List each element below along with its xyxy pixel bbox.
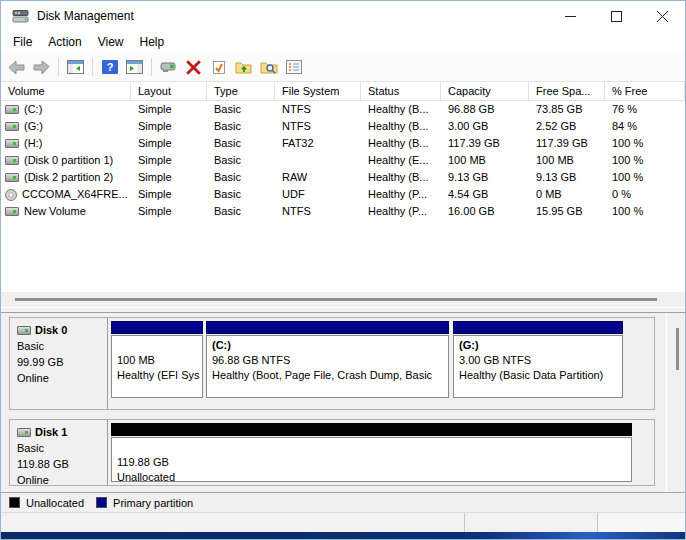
menu-view[interactable]: View xyxy=(90,32,132,52)
volume-row-h[interactable]: (H:) Simple Basic FAT32 Healthy (B... 11… xyxy=(1,135,685,152)
volume-row-cccoma[interactable]: CCCOMA_X64FRE... Simple Basic UDF Health… xyxy=(1,186,685,203)
window-title: Disk Management xyxy=(37,9,134,23)
open-folder-button[interactable] xyxy=(231,56,256,79)
window-bottom-edge xyxy=(1,532,685,539)
cell-file-system: FAT32 xyxy=(275,135,361,152)
disk-0-label-panel[interactable]: Disk 0 Basic 99.99 GB Online xyxy=(10,318,108,409)
volume-name: (Disk 0 partition 1) xyxy=(24,152,113,169)
column-header-capacity[interactable]: Capacity xyxy=(441,82,529,100)
volume-name: (H:) xyxy=(24,135,42,152)
cell-status: Healthy (P... xyxy=(361,203,441,220)
device-button[interactable] xyxy=(156,56,181,79)
cell-pct-free: 76 % xyxy=(605,101,685,118)
menu-bar: File Action View Help xyxy=(1,31,685,53)
volume-row-disk0-part1[interactable]: (Disk 0 partition 1) Simple Basic Health… xyxy=(1,152,685,169)
close-button[interactable] xyxy=(639,1,685,31)
partition-status: Healthy (EFI Sys xyxy=(117,368,197,383)
partition-name xyxy=(117,440,626,455)
volume-row-new-volume[interactable]: New Volume Simple Basic NTFS Healthy (P.… xyxy=(1,203,685,220)
drive-icon xyxy=(5,173,19,182)
help-button[interactable]: ? xyxy=(97,56,122,79)
cell-pct-free: 100 % xyxy=(605,135,685,152)
cell-layout: Simple xyxy=(131,186,207,203)
cell-status: Healthy (B... xyxy=(361,118,441,135)
disk-size: 119.88 GB xyxy=(17,456,107,472)
cell-type: Basic xyxy=(207,101,275,118)
partition-g[interactable]: (G:) 3.00 GB NTFS Healthy (Basic Data Pa… xyxy=(453,321,623,398)
horizontal-scrollbar[interactable] xyxy=(1,292,685,307)
cell-pct-free: 100 % xyxy=(605,203,685,220)
volume-row-c[interactable]: (C:) Simple Basic NTFS Healthy (B... 96.… xyxy=(1,101,685,118)
column-header-free-space[interactable]: Free Spa... xyxy=(529,82,605,100)
properties-button[interactable] xyxy=(281,56,306,79)
back-arrow-icon xyxy=(8,60,25,75)
disk-status: Online xyxy=(17,370,107,386)
volume-name: (G:) xyxy=(24,118,43,135)
cell-file-system: UDF xyxy=(275,186,361,203)
partition-name: (C:) xyxy=(212,338,443,353)
cell-type: Basic xyxy=(207,169,275,186)
legend-primary-partition: Primary partition xyxy=(96,497,193,509)
minimize-button[interactable] xyxy=(547,1,593,31)
volume-list-empty-area xyxy=(1,220,685,292)
partition-info-box: 119.88 GB Unallocated xyxy=(111,437,632,482)
title-bar: Disk Management xyxy=(1,1,685,31)
vertical-scrollbar[interactable] xyxy=(666,313,685,492)
explore-folder-button[interactable] xyxy=(256,56,281,79)
cell-layout: Simple xyxy=(131,135,207,152)
cell-pct-free: 84 % xyxy=(605,118,685,135)
unallocated-swatch xyxy=(9,497,20,508)
partition-status: Healthy (Basic Data Partition) xyxy=(459,368,617,383)
task-check-button[interactable] xyxy=(206,56,231,79)
partition-efi[interactable]: 100 MB Healthy (EFI Sys xyxy=(111,321,203,398)
console-tree-button[interactable] xyxy=(63,56,88,79)
column-header-status[interactable]: Status xyxy=(361,82,441,100)
disk-1-label-panel[interactable]: Disk 1 Basic 119.88 GB Online xyxy=(10,420,108,485)
toolbar: ? xyxy=(1,53,685,82)
status-section xyxy=(598,513,685,532)
menu-action[interactable]: Action xyxy=(40,32,89,52)
partition-size: 96.88 GB NTFS xyxy=(212,353,443,368)
toolbar-separator xyxy=(151,58,152,76)
action-pane-icon xyxy=(126,60,143,74)
partition-c[interactable]: (C:) 96.88 GB NTFS Healthy (Boot, Page F… xyxy=(206,321,449,398)
back-button[interactable] xyxy=(4,56,29,79)
partition-color-bar xyxy=(111,321,203,334)
cell-status: Healthy (P... xyxy=(361,186,441,203)
unallocated-region[interactable]: 119.88 GB Unallocated xyxy=(111,423,632,482)
delete-volume-button[interactable] xyxy=(181,56,206,79)
status-section xyxy=(1,513,465,532)
drive-icon xyxy=(5,139,19,148)
graphical-view-pane: Disk 0 Basic 99.99 GB Online 100 MB Heal… xyxy=(1,313,685,492)
partition-info-box: (G:) 3.00 GB NTFS Healthy (Basic Data Pa… xyxy=(453,335,623,398)
column-header-type[interactable]: Type xyxy=(207,82,275,100)
drive-icon xyxy=(5,156,19,165)
cell-layout: Simple xyxy=(131,169,207,186)
volume-row-g[interactable]: (G:) Simple Basic NTFS Healthy (B... 3.0… xyxy=(1,118,685,135)
volume-list-pane: Volume Layout Type File System Status Ca… xyxy=(1,82,685,307)
partition-info-box: 100 MB Healthy (EFI Sys xyxy=(111,335,203,398)
horizontal-scrollbar-thumb[interactable] xyxy=(15,298,657,301)
help-icon: ? xyxy=(102,60,118,74)
partition-color-bar xyxy=(453,321,623,334)
column-header-volume[interactable]: Volume xyxy=(1,82,131,100)
menu-help[interactable]: Help xyxy=(132,32,173,52)
volume-row-disk2-part2[interactable]: (Disk 2 partition 2) Simple Basic RAW He… xyxy=(1,169,685,186)
cell-capacity: 100 MB xyxy=(441,152,529,169)
maximize-icon xyxy=(611,11,622,22)
vertical-scrollbar-thumb[interactable] xyxy=(676,328,679,370)
column-header-file-system[interactable]: File System xyxy=(275,82,361,100)
cell-free-space: 73.85 GB xyxy=(529,101,605,118)
cell-layout: Simple xyxy=(131,203,207,220)
action-pane-button[interactable] xyxy=(122,56,147,79)
disk-0-row: Disk 0 Basic 99.99 GB Online 100 MB Heal… xyxy=(9,317,655,410)
maximize-button[interactable] xyxy=(593,1,639,31)
column-header-pct-free[interactable]: % Free xyxy=(605,82,685,100)
cell-file-system: NTFS xyxy=(275,118,361,135)
svg-text:?: ? xyxy=(106,61,113,73)
column-header-layout[interactable]: Layout xyxy=(131,82,207,100)
forward-button[interactable] xyxy=(29,56,54,79)
disk-type: Basic xyxy=(17,440,107,456)
volume-table-body: (C:) Simple Basic NTFS Healthy (B... 96.… xyxy=(1,101,685,220)
menu-file[interactable]: File xyxy=(5,32,40,52)
